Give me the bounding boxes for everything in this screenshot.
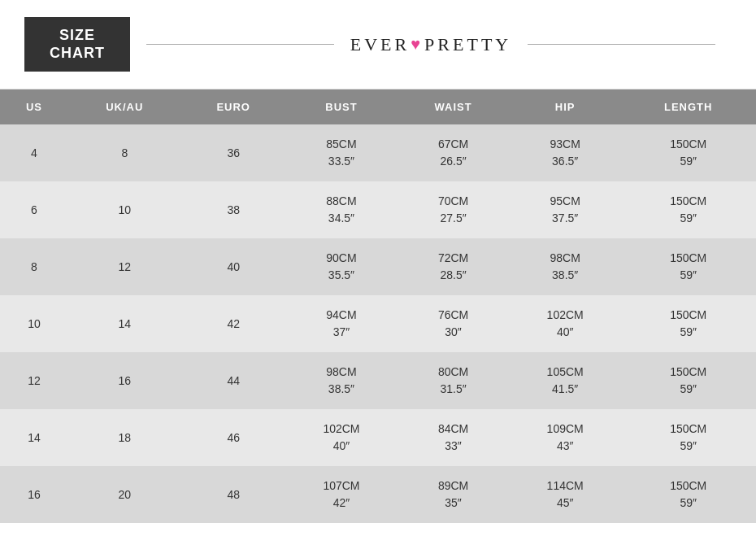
cell-euro: 44: [181, 352, 286, 409]
cell-us: 10: [0, 295, 68, 352]
size-chart-line2: CHART: [50, 45, 105, 61]
col-us: US: [0, 89, 68, 124]
cell-bust: 90CM35.5″: [286, 238, 398, 295]
cell-ukau: 12: [68, 238, 181, 295]
cell-length: 150CM59″: [620, 466, 756, 523]
cell-us: 6: [0, 181, 68, 238]
table-row: 12164498CM38.5″80CM31.5″105CM41.5″150CM5…: [0, 352, 756, 409]
cell-us: 4: [0, 124, 68, 181]
cell-hip: 105CM41.5″: [510, 352, 621, 409]
col-waist: WAIST: [397, 89, 510, 124]
cell-waist: 72CM28.5″: [397, 238, 510, 295]
brand-logo: EVER♥PRETTY: [350, 34, 511, 55]
brand-heart-icon: ♥: [411, 35, 424, 54]
cell-ukau: 16: [68, 352, 181, 409]
size-chart-badge: SIZE CHART: [24, 17, 130, 72]
cell-bust: 98CM38.5″: [286, 352, 398, 409]
cell-bust: 85CM33.5″: [286, 124, 398, 181]
cell-hip: 93CM36.5″: [510, 124, 621, 181]
cell-length: 150CM59″: [620, 409, 756, 466]
cell-euro: 38: [181, 181, 286, 238]
header-row: US UK/AU EURO BUST WAIST HIP LENGTH: [0, 89, 756, 124]
cell-bust: 102CM40″: [286, 409, 398, 466]
header: SIZE CHART EVER♥PRETTY: [0, 0, 756, 89]
cell-us: 14: [0, 409, 68, 466]
cell-waist: 84CM33″: [397, 409, 510, 466]
page-wrapper: SIZE CHART EVER♥PRETTY US UK/AU EURO BUS…: [0, 0, 756, 558]
cell-us: 8: [0, 238, 68, 295]
cell-waist: 80CM31.5″: [397, 352, 510, 409]
size-chart-table: US UK/AU EURO BUST WAIST HIP LENGTH 4836…: [0, 89, 756, 523]
cell-length: 150CM59″: [620, 181, 756, 238]
cell-ukau: 20: [68, 466, 181, 523]
table-row: 162048107CM42″89CM35″114CM45″150CM59″: [0, 466, 756, 523]
table-container: US UK/AU EURO BUST WAIST HIP LENGTH 4836…: [0, 89, 756, 558]
cell-ukau: 14: [68, 295, 181, 352]
table-row: 483685CM33.5″67CM26.5″93CM36.5″150CM59″: [0, 124, 756, 181]
cell-length: 150CM59″: [620, 295, 756, 352]
cell-euro: 42: [181, 295, 286, 352]
cell-hip: 98CM38.5″: [510, 238, 621, 295]
cell-length: 150CM59″: [620, 238, 756, 295]
header-divider-right: [528, 44, 715, 45]
col-hip: HIP: [510, 89, 621, 124]
cell-hip: 114CM45″: [510, 466, 621, 523]
cell-waist: 70CM27.5″: [397, 181, 510, 238]
cell-bust: 88CM34.5″: [286, 181, 398, 238]
col-euro: EURO: [181, 89, 286, 124]
cell-hip: 95CM37.5″: [510, 181, 621, 238]
table-row: 8124090CM35.5″72CM28.5″98CM38.5″150CM59″: [0, 238, 756, 295]
cell-length: 150CM59″: [620, 124, 756, 181]
cell-waist: 89CM35″: [397, 466, 510, 523]
table-header: US UK/AU EURO BUST WAIST HIP LENGTH: [0, 89, 756, 124]
size-chart-line1: SIZE: [59, 27, 95, 43]
cell-euro: 40: [181, 238, 286, 295]
table-row: 10144294CM37″76CM30″102CM40″150CM59″: [0, 295, 756, 352]
cell-euro: 36: [181, 124, 286, 181]
cell-ukau: 10: [68, 181, 181, 238]
table-row: 6103888CM34.5″70CM27.5″95CM37.5″150CM59″: [0, 181, 756, 238]
cell-hip: 102CM40″: [510, 295, 621, 352]
table-body: 483685CM33.5″67CM26.5″93CM36.5″150CM59″6…: [0, 124, 756, 523]
cell-waist: 67CM26.5″: [397, 124, 510, 181]
cell-us: 16: [0, 466, 68, 523]
cell-hip: 109CM43″: [510, 409, 621, 466]
col-length: LENGTH: [620, 89, 756, 124]
cell-euro: 46: [181, 409, 286, 466]
cell-euro: 48: [181, 466, 286, 523]
cell-bust: 107CM42″: [286, 466, 398, 523]
cell-ukau: 18: [68, 409, 181, 466]
cell-us: 12: [0, 352, 68, 409]
cell-ukau: 8: [68, 124, 181, 181]
header-divider-left: [146, 44, 334, 45]
cell-bust: 94CM37″: [286, 295, 398, 352]
table-row: 141846102CM40″84CM33″109CM43″150CM59″: [0, 409, 756, 466]
col-bust: BUST: [286, 89, 398, 124]
brand-pre: EVER: [350, 34, 410, 55]
brand-post: PRETTY: [424, 34, 511, 55]
cell-waist: 76CM30″: [397, 295, 510, 352]
cell-length: 150CM59″: [620, 352, 756, 409]
col-ukau: UK/AU: [68, 89, 181, 124]
